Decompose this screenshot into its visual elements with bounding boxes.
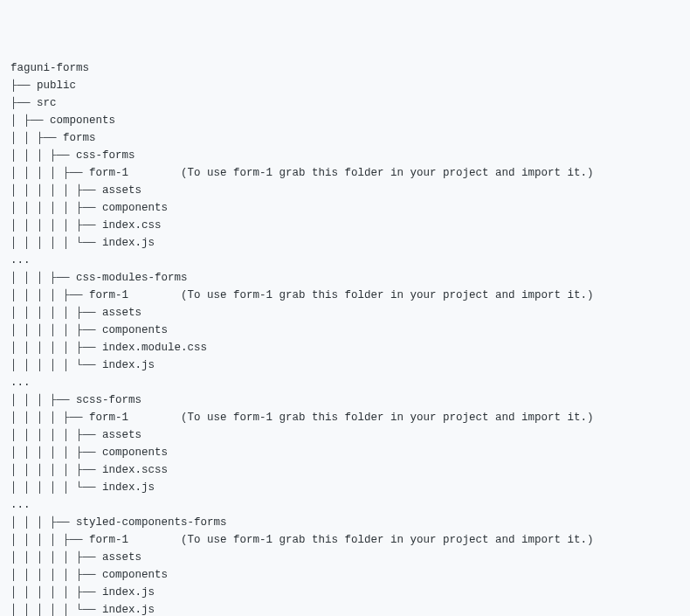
tree-node-name: components: [102, 569, 168, 581]
tree-line: │ │ │ │ ├── form-1 (To use form-1 grab t…: [10, 531, 680, 549]
tree-node-name: index.js: [102, 481, 155, 494]
tree-prefix: │ │ │ │ │ ├──: [10, 569, 102, 581]
tree-prefix: │ │ │ ├──: [10, 272, 76, 284]
tree-node-name: forms: [63, 132, 96, 144]
tree-prefix: ├──: [10, 97, 37, 109]
tree-node-name: public: [37, 80, 76, 92]
tree-node-note: (To use form-1 grab this folder in your …: [181, 167, 594, 179]
tree-line: │ │ │ │ │ └── index.js: [10, 356, 680, 374]
tree-prefix: │ │ │ ├──: [10, 149, 76, 162]
tree-node-name: form-1: [89, 412, 181, 424]
tree-line: │ │ │ │ │ └── index.js: [10, 234, 680, 252]
tree-node-name: components: [102, 324, 168, 336]
tree-node-name: index.css: [102, 219, 162, 232]
tree-node-name: index.js: [102, 604, 155, 616]
tree-node-name: components: [102, 446, 168, 459]
tree-line: │ │ │ │ │ ├── components: [10, 566, 680, 584]
tree-node-name: assets: [102, 184, 141, 197]
tree-line: │ │ ├── forms: [10, 129, 680, 147]
tree-prefix: │ │ │ │ │ ├──: [10, 586, 102, 599]
tree-line: ...: [10, 374, 680, 391]
tree-line: │ │ │ │ ├── form-1 (To use form-1 grab t…: [10, 164, 680, 182]
tree-node-name: styled-components-forms: [76, 516, 227, 529]
directory-tree: faguni-forms├── public├── src│ ├── compo…: [10, 59, 680, 616]
tree-line: │ │ │ ├── scss-forms: [10, 391, 680, 409]
tree-prefix: ...: [10, 254, 31, 266]
tree-node-name: index.js: [102, 237, 155, 249]
tree-prefix: │ │ │ │ │ ├──: [10, 551, 102, 564]
tree-prefix: │ │ │ │ ├──: [10, 289, 89, 301]
tree-node-name: src: [37, 97, 57, 109]
tree-node-name: css-forms: [76, 149, 135, 162]
tree-node-name: assets: [102, 429, 141, 441]
tree-prefix: ...: [10, 377, 31, 389]
tree-prefix: │ │ │ │ │ └──: [10, 481, 102, 494]
tree-line: │ │ │ │ │ └── index.js: [10, 601, 680, 616]
tree-line: │ │ │ │ │ ├── index.css: [10, 217, 680, 234]
tree-line: │ │ │ │ │ ├── components: [10, 322, 680, 339]
tree-node-name: components: [102, 202, 168, 214]
tree-prefix: │ │ │ │ │ ├──: [10, 307, 102, 319]
tree-node-note: (To use form-1 grab this folder in your …: [181, 534, 594, 546]
tree-line: │ │ │ │ │ ├── index.scss: [10, 461, 680, 479]
tree-prefix: ...: [10, 499, 31, 511]
tree-node-note: (To use form-1 grab this folder in your …: [181, 412, 594, 424]
tree-line: │ │ │ │ ├── form-1 (To use form-1 grab t…: [10, 409, 680, 426]
tree-prefix: │ │ │ │ ├──: [10, 412, 89, 424]
tree-node-name: form-1: [89, 289, 181, 301]
tree-prefix: │ │ │ ├──: [10, 394, 76, 406]
tree-node-name: components: [50, 114, 115, 127]
tree-node-note: (To use form-1 grab this folder in your …: [181, 289, 594, 301]
tree-line: │ ├── components: [10, 112, 680, 129]
tree-line: │ │ │ │ ├── form-1 (To use form-1 grab t…: [10, 287, 680, 304]
tree-prefix: │ │ │ │ │ ├──: [10, 429, 102, 441]
tree-prefix: │ │ │ │ ├──: [10, 534, 89, 546]
tree-prefix: │ │ │ │ │ ├──: [10, 219, 102, 232]
tree-line: │ │ │ │ │ ├── index.js: [10, 584, 680, 601]
tree-line: ...: [10, 496, 680, 514]
tree-line: │ │ │ │ │ ├── index.module.css: [10, 339, 680, 356]
tree-node-name: assets: [102, 307, 141, 319]
tree-prefix: │ │ │ │ │ └──: [10, 604, 102, 616]
tree-prefix: │ │ │ │ │ ├──: [10, 324, 102, 336]
tree-line: │ │ │ │ │ ├── assets: [10, 549, 680, 566]
tree-prefix: │ │ │ │ │ ├──: [10, 184, 102, 197]
tree-prefix: │ │ ├──: [10, 132, 63, 144]
tree-prefix: │ ├──: [10, 114, 50, 127]
tree-prefix: │ │ │ │ │ ├──: [10, 446, 102, 459]
tree-line: │ │ │ │ │ ├── assets: [10, 304, 680, 322]
tree-line: │ │ │ ├── css-modules-forms: [10, 269, 680, 287]
tree-line: │ │ │ │ │ ├── components: [10, 444, 680, 461]
tree-node-name: form-1: [89, 167, 181, 179]
tree-node-name: scss-forms: [76, 394, 141, 406]
tree-prefix: │ │ │ │ ├──: [10, 167, 89, 179]
tree-line: │ │ │ ├── css-forms: [10, 147, 680, 164]
tree-line: ├── public: [10, 77, 680, 94]
tree-node-name: faguni-forms: [10, 62, 89, 74]
tree-prefix: │ │ │ │ │ └──: [10, 237, 102, 249]
tree-node-name: css-modules-forms: [76, 272, 188, 284]
tree-node-name: form-1: [89, 534, 181, 546]
tree-line: ...: [10, 252, 680, 269]
tree-line: │ │ │ │ │ └── index.js: [10, 479, 680, 496]
tree-node-name: index.js: [102, 586, 155, 599]
tree-prefix: │ │ │ │ │ ├──: [10, 202, 102, 214]
tree-node-name: index.module.css: [102, 342, 207, 354]
tree-line: ├── src: [10, 94, 680, 112]
tree-line: │ │ │ │ │ ├── components: [10, 199, 680, 217]
tree-line: │ │ │ │ │ ├── assets: [10, 182, 680, 199]
tree-node-name: index.scss: [102, 464, 168, 476]
tree-node-name: assets: [102, 551, 141, 564]
tree-prefix: │ │ │ │ │ ├──: [10, 342, 102, 354]
tree-prefix: │ │ │ │ │ ├──: [10, 464, 102, 476]
tree-line: faguni-forms: [10, 59, 680, 77]
tree-line: │ │ │ ├── styled-components-forms: [10, 514, 680, 531]
tree-prefix: │ │ │ ├──: [10, 516, 76, 529]
tree-line: │ │ │ │ │ ├── assets: [10, 426, 680, 444]
tree-prefix: ├──: [10, 80, 37, 92]
tree-prefix: │ │ │ │ │ └──: [10, 359, 102, 371]
tree-node-name: index.js: [102, 359, 155, 371]
